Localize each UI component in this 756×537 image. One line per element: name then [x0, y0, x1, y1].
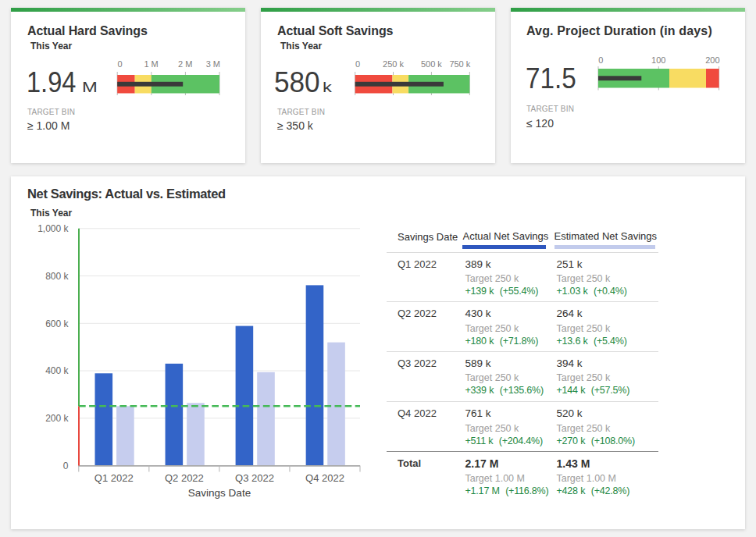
svg-text:Q4 2022: Q4 2022 — [305, 472, 344, 484]
svg-text:100: 100 — [651, 55, 665, 65]
svg-text:200 k: 200 k — [45, 413, 69, 424]
svg-text:600 k: 600 k — [45, 318, 69, 329]
svg-text:Q1 2022: Q1 2022 — [94, 472, 134, 484]
svg-text:2 M: 2 M — [178, 59, 192, 69]
svg-text:400 k: 400 k — [45, 365, 69, 376]
svg-text:0: 0 — [598, 55, 603, 65]
svg-text:0: 0 — [63, 461, 69, 471]
svg-text:1,000 k: 1,000 k — [37, 223, 69, 234]
svg-text:750 k: 750 k — [449, 59, 470, 69]
svg-text:500 k: 500 k — [421, 59, 442, 69]
svg-text:200: 200 — [705, 55, 719, 65]
svg-text:0: 0 — [118, 59, 123, 69]
svg-text:250 k: 250 k — [383, 59, 404, 69]
svg-text:3 M: 3 M — [206, 59, 220, 69]
svg-text:1 M: 1 M — [144, 59, 158, 69]
svg-text:Q3 2022: Q3 2022 — [235, 472, 274, 484]
svg-text:0: 0 — [355, 59, 360, 69]
svg-text:800 k: 800 k — [45, 271, 69, 282]
svg-text:Q2 2022: Q2 2022 — [165, 472, 204, 484]
svg-text:Savings Date: Savings Date — [188, 487, 251, 499]
